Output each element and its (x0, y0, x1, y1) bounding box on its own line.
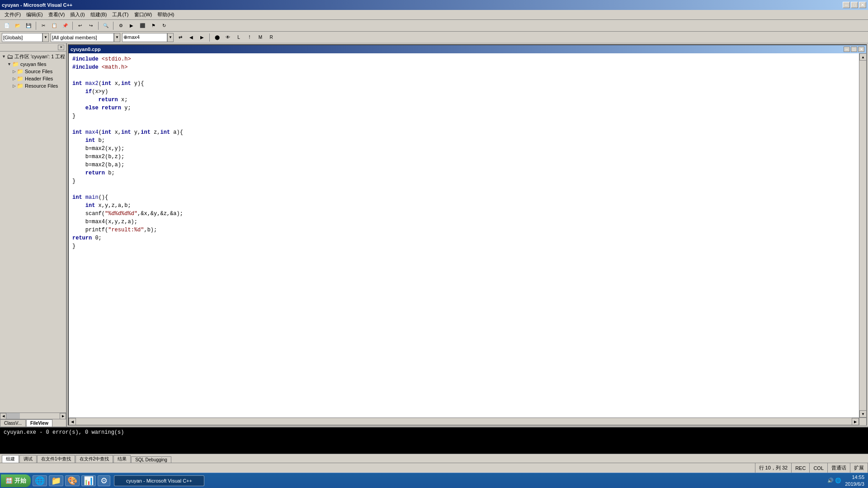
expand-root-icon: ▼ (2, 54, 6, 59)
start-button[interactable]: 🪟 开始 (1, 474, 31, 487)
go-forward-button[interactable]: ▶ (197, 33, 207, 42)
tree-project[interactable]: ▼ 📁 cyuyan files (6, 61, 65, 68)
quick-launch-app2[interactable]: 📊 (81, 475, 96, 486)
undo-button[interactable]: ↩ (75, 21, 85, 31)
minimize-button[interactable]: ─ (843, 2, 850, 8)
tab-build[interactable]: 组建 (2, 455, 19, 463)
project-icon: 📁 (12, 61, 19, 67)
tree-source-files[interactable]: ▷ 📁 Source Files (12, 68, 65, 75)
code-minimize-button[interactable]: ─ (844, 47, 850, 52)
clock-date: 2019/6/3 (845, 481, 864, 487)
function-combo[interactable]: ▼ (122, 33, 174, 42)
status-bar: 行 10，列 32 REC COL 普通话 扩展 (0, 463, 868, 473)
run-button[interactable]: ▶ (127, 21, 137, 31)
tab-results[interactable]: 结果 (113, 455, 131, 463)
compile-button[interactable]: ⚙ (116, 21, 126, 31)
members-arrow[interactable]: ▼ (114, 33, 120, 42)
hscroll-left-button[interactable]: ◀ (69, 418, 76, 425)
find-button[interactable]: 🔍 (101, 21, 111, 31)
paste-button[interactable]: 📌 (60, 21, 70, 31)
status-rec: REC (792, 463, 810, 473)
copy-button[interactable]: 📋 (49, 21, 59, 31)
new-button[interactable]: 📄 (2, 21, 12, 31)
restore-button[interactable]: □ (851, 2, 858, 8)
extra-btn[interactable]: ⚑ (148, 21, 158, 31)
tree-project-label: cyuyan files (20, 61, 46, 67)
tab-find2[interactable]: 在文件2中查找 (75, 455, 113, 463)
globals-input[interactable] (2, 33, 42, 42)
quick-launch-ie[interactable]: 🌐 (33, 475, 47, 486)
code-editor[interactable]: #include <stdio.h> #include <math.h> int… (69, 53, 859, 418)
save-button[interactable]: 💾 (24, 21, 33, 31)
panel-close-button[interactable]: ✕ (58, 45, 64, 50)
function-input[interactable] (122, 33, 167, 42)
tab-find1[interactable]: 在文件1中查找 (37, 455, 75, 463)
breakpoint-button[interactable]: ⬤ (212, 33, 222, 42)
open-button[interactable]: 📂 (13, 21, 23, 31)
expand-project-icon: ▼ (7, 62, 11, 66)
taskbar-vc-window[interactable]: cyuyan - Microsoft Visual C++ (114, 475, 204, 486)
bottom-area: cyuyan.exe - 0 error(s), 0 warning(s) 组建… (0, 427, 868, 473)
globals-combo[interactable]: ▼ (2, 33, 49, 42)
globals-arrow[interactable]: ▼ (42, 33, 49, 42)
members-input[interactable] (51, 33, 114, 42)
extra-btn2[interactable]: ↻ (159, 21, 169, 31)
cut-button[interactable]: ✂ (38, 21, 48, 31)
tab-debug[interactable]: 调试 (19, 455, 37, 463)
output-panel: cyuyan.exe - 0 error(s), 0 warning(s) (0, 427, 868, 454)
tree-root-label: 工作区 'cyuyan': 1 工程 (14, 53, 65, 60)
expand-resource-icon: ▷ (13, 84, 16, 88)
code-window: cyuyan0.cpp ─ □ ✕ #include <stdio.h> #in… (68, 44, 867, 426)
code-window-titlebar: cyuyan0.cpp ─ □ ✕ (69, 45, 866, 53)
locals-button[interactable]: L (234, 33, 244, 42)
workspace-h-scroll[interactable]: ◀ ▶ (0, 413, 66, 419)
menu-tools[interactable]: 工具(T) (109, 10, 131, 19)
tab-fileview[interactable]: FileView (26, 419, 52, 427)
menu-edit[interactable]: 编辑(E) (24, 10, 46, 19)
code-vscroll[interactable]: ▲ ▼ (859, 53, 866, 418)
code-close-button[interactable]: ✕ (858, 47, 864, 52)
go-back-button[interactable]: ◀ (186, 33, 196, 42)
tree-header-files[interactable]: ▷ 📁 Header Files (12, 75, 65, 82)
tab-sql[interactable]: SQL Debugging (131, 456, 171, 463)
title-bar: cyuyan - Microsoft Visual C++ ─ □ ✕ (0, 0, 868, 10)
workspace-tabs: ClassV... FileView (0, 419, 66, 427)
scroll-h-track (6, 413, 60, 419)
quick-launch-app1[interactable]: 🎨 (65, 475, 80, 486)
menu-file[interactable]: 文件(F) (2, 10, 24, 19)
quick-launch-explorer[interactable]: 📁 (49, 475, 63, 486)
menu-help[interactable]: 帮助(H) (155, 10, 177, 19)
app-title: cyuyan - Microsoft Visual C++ (2, 2, 72, 8)
quick-launch-app3[interactable]: ⚙ (98, 475, 110, 486)
scroll-right-button[interactable]: ▶ (60, 413, 66, 419)
sync-button[interactable]: ⇄ (175, 33, 185, 42)
sep-t2 (209, 33, 210, 42)
tree-resource-files[interactable]: ▷ 📁 Resource Files (12, 82, 65, 89)
members-combo[interactable]: ▼ (51, 33, 120, 42)
code-restore-button[interactable]: □ (851, 47, 857, 52)
menu-window[interactable]: 窗口(W) (132, 10, 155, 19)
scroll-left-button[interactable]: ◀ (0, 413, 6, 419)
menu-insert[interactable]: 插入(I) (67, 10, 87, 19)
vscroll-track (859, 61, 866, 410)
output-text: cyuyan.exe - 0 error(s), 0 warning(s) (4, 429, 124, 436)
close-button[interactable]: ✕ (859, 2, 866, 8)
scroll-h-thumb[interactable] (6, 413, 20, 419)
memory-button[interactable]: M (255, 33, 265, 42)
system-tray-icons: 🔊 🌐 (827, 478, 841, 483)
registers-button[interactable]: R (266, 33, 276, 42)
stop-button[interactable]: ⬛ (137, 21, 147, 31)
menu-view[interactable]: 查看(V) (46, 10, 68, 19)
workspace-icon: 🗂 (7, 53, 13, 60)
callstack-button[interactable]: ! (245, 33, 255, 42)
redo-button[interactable]: ↪ (86, 21, 96, 31)
code-hscroll[interactable]: ◀ ▶ (69, 418, 866, 425)
vscroll-down-button[interactable]: ▼ (859, 410, 866, 418)
tree-root[interactable]: ▼ 🗂 工作区 'cyuyan': 1 工程 (1, 52, 65, 61)
vscroll-up-button[interactable]: ▲ (859, 53, 866, 61)
function-arrow[interactable]: ▼ (167, 33, 174, 42)
menu-build[interactable]: 组建(B) (88, 10, 110, 19)
watch-button[interactable]: 👁 (223, 33, 233, 42)
tab-classview[interactable]: ClassV... (0, 419, 26, 427)
hscroll-right-button[interactable]: ▶ (852, 418, 859, 425)
